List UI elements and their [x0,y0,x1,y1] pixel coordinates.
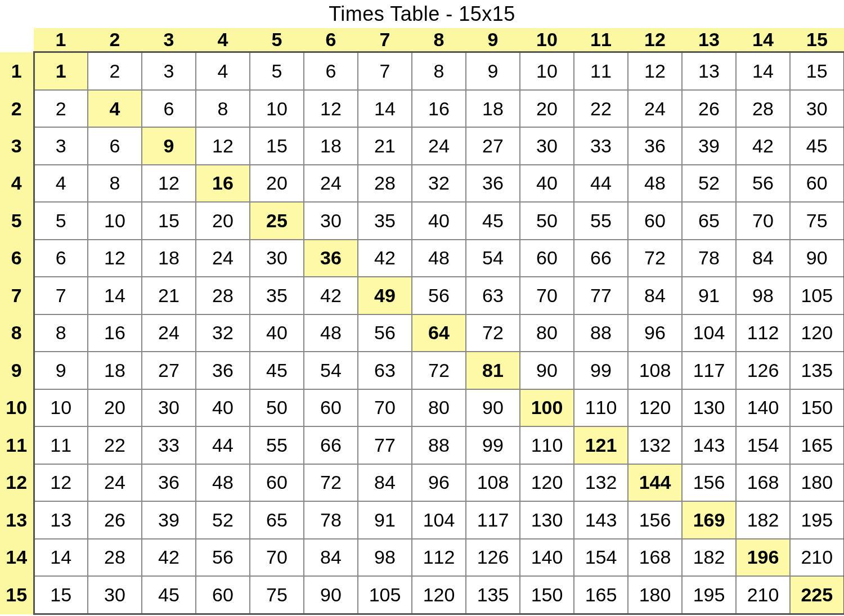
square-cell: 64 [412,314,466,352]
product-cell: 120 [520,464,574,501]
product-cell: 32 [412,165,466,202]
col-header: 8 [412,28,466,52]
product-cell: 60 [250,464,304,501]
product-cell: 90 [304,576,358,614]
product-cell: 24 [628,90,682,127]
product-cell: 9 [466,52,520,90]
square-cell: 25 [250,202,304,239]
product-cell: 132 [628,426,682,464]
row-header: 14 [0,539,34,576]
product-cell: 168 [628,539,682,576]
table-row: 3369121518212427303336394245 [0,127,844,164]
product-cell: 126 [466,539,520,576]
col-header: 14 [736,28,790,52]
product-cell: 40 [196,389,250,426]
square-cell: 1 [34,52,88,90]
product-cell: 45 [250,352,304,389]
product-cell: 77 [358,426,412,464]
product-cell: 52 [682,165,736,202]
product-cell: 140 [736,389,790,426]
product-cell: 2 [34,90,88,127]
product-cell: 16 [88,314,142,352]
square-cell: 81 [466,352,520,389]
product-cell: 55 [574,202,628,239]
product-cell: 40 [250,314,304,352]
product-cell: 78 [304,501,358,538]
product-cell: 10 [250,90,304,127]
col-header: 11 [574,28,628,52]
table-row: 1414284256708498112126140154168182196210 [0,539,844,576]
product-cell: 90 [466,389,520,426]
product-cell: 22 [574,90,628,127]
product-cell: 84 [304,539,358,576]
product-cell: 21 [142,277,196,314]
square-cell: 121 [574,426,628,464]
product-cell: 28 [88,539,142,576]
product-cell: 30 [790,90,844,127]
product-cell: 77 [574,277,628,314]
product-cell: 72 [304,464,358,501]
product-cell: 210 [736,576,790,614]
product-cell: 13 [682,52,736,90]
product-cell: 45 [466,202,520,239]
product-cell: 12 [34,464,88,501]
product-cell: 3 [142,52,196,90]
product-cell: 15 [790,52,844,90]
product-cell: 117 [466,501,520,538]
square-cell: 169 [682,501,736,538]
square-cell: 196 [736,539,790,576]
product-cell: 20 [520,90,574,127]
product-cell: 112 [736,314,790,352]
product-cell: 20 [196,202,250,239]
product-cell: 90 [520,352,574,389]
product-cell: 7 [34,277,88,314]
table-row: 10102030405060708090100110120130140150 [0,389,844,426]
product-cell: 105 [358,576,412,614]
product-cell: 26 [88,501,142,538]
table-row: 881624324048566472808896104112120 [0,314,844,352]
product-cell: 30 [142,389,196,426]
product-cell: 66 [304,426,358,464]
product-cell: 26 [682,90,736,127]
product-cell: 78 [682,240,736,277]
col-header: 9 [466,28,520,52]
product-cell: 60 [520,240,574,277]
product-cell: 8 [412,52,466,90]
product-cell: 66 [574,240,628,277]
row-header: 7 [0,277,34,314]
col-header: 6 [304,28,358,52]
product-cell: 6 [142,90,196,127]
row-header: 1 [0,52,34,90]
product-cell: 88 [412,426,466,464]
product-cell: 28 [358,165,412,202]
product-cell: 33 [142,426,196,464]
square-cell: 144 [628,464,682,501]
product-cell: 13 [34,501,88,538]
product-cell: 36 [142,464,196,501]
product-cell: 135 [790,352,844,389]
product-cell: 130 [520,501,574,538]
product-cell: 50 [250,389,304,426]
product-cell: 54 [466,240,520,277]
product-cell: 10 [88,202,142,239]
product-cell: 143 [682,426,736,464]
product-cell: 6 [304,52,358,90]
product-cell: 18 [466,90,520,127]
col-header: 7 [358,28,412,52]
product-cell: 91 [358,501,412,538]
product-cell: 70 [736,202,790,239]
product-cell: 210 [790,539,844,576]
square-cell: 4 [88,90,142,127]
product-cell: 72 [466,314,520,352]
product-cell: 14 [358,90,412,127]
row-header: 12 [0,464,34,501]
product-cell: 42 [736,127,790,164]
product-cell: 110 [574,389,628,426]
product-cell: 28 [736,90,790,127]
col-header: 15 [790,28,844,52]
product-cell: 24 [142,314,196,352]
table-row: 7714212835424956637077849198105 [0,277,844,314]
square-cell: 9 [142,127,196,164]
product-cell: 9 [34,352,88,389]
product-cell: 135 [466,576,520,614]
